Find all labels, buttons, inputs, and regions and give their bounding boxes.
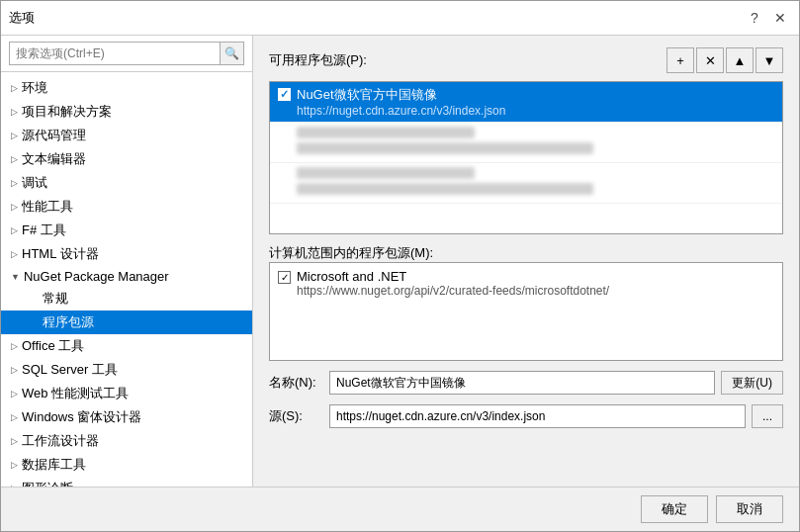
tree-item-label: 工作流设计器 (22, 432, 99, 450)
source-row: 源(S): ... (269, 404, 783, 428)
tree-item-label: 图形诊断 (22, 480, 73, 487)
tree-item-src[interactable]: ▷源代码管理 (1, 124, 252, 147)
options-dialog: 选项 ? ✕ 🔍 ▷环境▷项目和解决方案▷源代码管理▷文本编辑器▷调试▷性能工具… (0, 0, 800, 532)
available-section-header: 可用程序包源(P): + ✕ ▲ ▼ (269, 47, 783, 77)
title-bar: 选项 ? ✕ (1, 1, 799, 36)
tree-item-proj[interactable]: ▷项目和解决方案 (1, 100, 252, 124)
source-label: 源(S): (269, 407, 323, 425)
add-source-button[interactable]: + (667, 47, 694, 73)
machine-checkbox[interactable]: ✓ (278, 271, 291, 284)
tree-item-label: HTML 设计器 (22, 245, 99, 263)
machine-item-ms-dotnet[interactable]: ✓Microsoft and .NEThttps://www.nuget.org… (270, 263, 782, 304)
remove-source-button[interactable]: ✕ (696, 47, 724, 73)
search-input[interactable] (9, 42, 221, 65)
tree-item-nuget-general[interactable]: 常规 (1, 287, 252, 310)
package-item-nuget-official[interactable]: ✓NuGet微软官方中国镜像https://nuget.cdn.azure.cn… (270, 82, 782, 123)
blurred-package-item (270, 163, 782, 204)
dialog-title: 选项 (9, 9, 35, 27)
dialog-footer: 确定 取消 (1, 487, 799, 531)
tree-item-db[interactable]: ▷数据库工具 (1, 453, 252, 477)
tree-item-fsharp[interactable]: ▷F# 工具 (1, 219, 252, 242)
title-controls: ? ✕ (744, 7, 791, 29)
name-label: 名称(N): (269, 374, 323, 392)
tree-item-label: 常规 (43, 290, 68, 308)
right-panel: 可用程序包源(P): + ✕ ▲ ▼ ✓NuGet微软官方中国镜像https:/… (253, 36, 799, 487)
tree-item-label: NuGet Package Manager (24, 269, 169, 284)
move-up-button[interactable]: ▲ (726, 47, 754, 73)
tree-item-env[interactable]: ▷环境 (1, 76, 252, 100)
left-panel: 🔍 ▷环境▷项目和解决方案▷源代码管理▷文本编辑器▷调试▷性能工具▷F# 工具▷… (1, 36, 253, 487)
machine-sources-label: 计算机范围内的程序包源(M): (269, 245, 433, 260)
name-input[interactable] (329, 371, 715, 395)
dialog-body: 🔍 ▷环境▷项目和解决方案▷源代码管理▷文本编辑器▷调试▷性能工具▷F# 工具▷… (1, 36, 799, 487)
tree-item-label: 环境 (22, 79, 47, 97)
tree-item-office[interactable]: ▷Office 工具 (1, 334, 252, 358)
tree-item-label: 性能工具 (22, 198, 73, 216)
machine-name: Microsoft and .NET (297, 269, 609, 284)
tree-item-winforms[interactable]: ▷Windows 窗体设计器 (1, 405, 252, 429)
tree-item-nuget-sources[interactable]: 程序包源 (1, 310, 252, 334)
machine-sources-section: 计算机范围内的程序包源(M): ✓Microsoft and .NEThttps… (269, 244, 783, 361)
tree-item-debug[interactable]: ▷调试 (1, 171, 252, 195)
tree-item-label: SQL Server 工具 (22, 361, 118, 379)
blurred-package-item (270, 123, 782, 163)
update-button[interactable]: 更新(U) (721, 371, 783, 395)
tree-item-label: 源代码管理 (22, 127, 86, 144)
machine-sources-list: ✓Microsoft and .NEThttps://www.nuget.org… (269, 262, 783, 361)
tree-item-text[interactable]: ▷文本编辑器 (1, 147, 252, 171)
tree-item-label: 程序包源 (43, 313, 94, 331)
search-box: 🔍 (1, 36, 252, 72)
tree-item-label: 数据库工具 (22, 456, 86, 474)
close-button[interactable]: ✕ (769, 7, 791, 29)
tree-item-workflow[interactable]: ▷工作流设计器 (1, 429, 252, 453)
available-sources-label: 可用程序包源(P): (269, 51, 367, 69)
tree-item-sql[interactable]: ▷SQL Server 工具 (1, 358, 252, 382)
package-checkbox[interactable]: ✓ (278, 88, 291, 101)
machine-url: https://www.nuget.org/api/v2/curated-fee… (297, 284, 609, 298)
search-button[interactable]: 🔍 (221, 42, 244, 65)
help-button[interactable]: ? (744, 7, 765, 29)
tree-item-label: 文本编辑器 (22, 150, 86, 168)
package-name: NuGet微软官方中国镜像 (297, 86, 505, 104)
tree-item-label: Office 工具 (22, 337, 84, 355)
tree-item-label: Windows 窗体设计器 (22, 408, 141, 426)
tree-item-perf[interactable]: ▷性能工具 (1, 195, 252, 219)
available-sources-section: 可用程序包源(P): + ✕ ▲ ▼ ✓NuGet微软官方中国镜像https:/… (269, 47, 783, 234)
tree-item-label: 调试 (22, 174, 47, 192)
toolbar: + ✕ ▲ ▼ (667, 47, 783, 73)
package-url: https://nuget.cdn.azure.cn/v3/index.json (297, 104, 505, 118)
tree-item-nuget[interactable]: ▼NuGet Package Manager (1, 266, 252, 287)
name-row: 名称(N): 更新(U) (269, 371, 783, 395)
available-sources-list: ✓NuGet微软官方中国镜像https://nuget.cdn.azure.cn… (269, 81, 783, 234)
browse-button[interactable]: ... (752, 404, 783, 428)
tree-item-label: 项目和解决方案 (22, 103, 112, 121)
move-down-button[interactable]: ▼ (756, 47, 783, 73)
tree-item-html[interactable]: ▷HTML 设计器 (1, 242, 252, 266)
cancel-button[interactable]: 取消 (716, 495, 783, 523)
tree-item-label: F# 工具 (22, 222, 66, 239)
tree-item-label: Web 性能测试工具 (22, 385, 129, 402)
tree-area: ▷环境▷项目和解决方案▷源代码管理▷文本编辑器▷调试▷性能工具▷F# 工具▷HT… (1, 72, 252, 487)
tree-item-web[interactable]: ▷Web 性能测试工具 (1, 382, 252, 405)
source-input[interactable] (329, 404, 746, 428)
ok-button[interactable]: 确定 (641, 495, 708, 523)
tree-item-graphics[interactable]: ▷图形诊断 (1, 477, 252, 487)
